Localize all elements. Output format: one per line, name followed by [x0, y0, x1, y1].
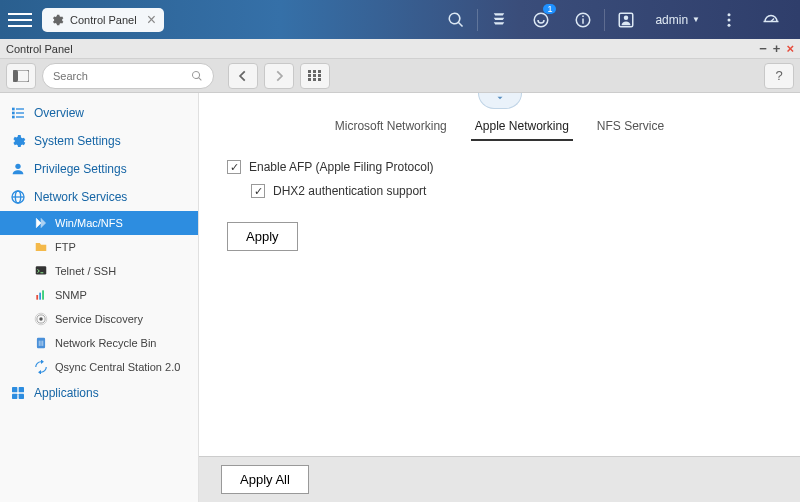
svg-marker-24 — [41, 218, 46, 227]
chart-icon — [34, 288, 48, 302]
chevron-down-icon: ▼ — [692, 15, 700, 24]
svg-point-6 — [728, 13, 731, 16]
info-icon[interactable] — [562, 0, 604, 39]
dashboard-icon[interactable] — [750, 0, 792, 39]
svg-point-0 — [535, 13, 549, 27]
tab-apple-networking[interactable]: Apple Networking — [471, 113, 573, 141]
topbar-actions: 1 admin ▼ — [435, 0, 792, 39]
svg-point-5 — [624, 15, 629, 20]
svg-rect-27 — [39, 293, 41, 300]
svg-rect-14 — [16, 108, 24, 109]
sidebar-item-system-settings[interactable]: System Settings — [0, 127, 198, 155]
svg-rect-25 — [36, 266, 47, 274]
apps-icon — [10, 385, 26, 401]
discovery-icon — [34, 312, 48, 326]
gear-icon — [50, 13, 64, 27]
sidebar-sub-snmp[interactable]: SNMP — [0, 283, 198, 307]
user-icon[interactable] — [605, 0, 647, 39]
svg-rect-18 — [16, 116, 24, 117]
apply-all-button[interactable]: Apply All — [221, 465, 309, 494]
sidebar-sub-service-discovery[interactable]: Service Discovery — [0, 307, 198, 331]
maximize-button[interactable]: + — [773, 41, 781, 56]
toggle-sidebar-button[interactable] — [6, 63, 36, 89]
close-icon[interactable]: × — [147, 12, 156, 28]
folder-share-icon — [34, 216, 48, 230]
forward-button[interactable] — [264, 63, 294, 89]
svg-marker-23 — [36, 218, 41, 227]
folder-icon — [34, 240, 48, 254]
sidebar-sub-ftp[interactable]: FTP — [0, 235, 198, 259]
svg-rect-34 — [19, 387, 24, 392]
sync-icon — [34, 360, 48, 374]
svg-rect-13 — [12, 108, 15, 111]
svg-point-7 — [728, 18, 731, 21]
gear-icon — [10, 133, 26, 149]
sidebar-sub-winmacnfs[interactable]: Win/Mac/NFS — [0, 211, 198, 235]
svg-rect-16 — [16, 112, 24, 113]
footer: Apply All — [199, 456, 800, 502]
notification-badge: 1 — [543, 4, 556, 14]
app-topbar: Control Panel × 1 admin ▼ — [0, 0, 800, 39]
toolbar: ? — [0, 59, 800, 93]
main-tabs: Microsoft Networking Apple Networking NF… — [227, 113, 772, 142]
svg-rect-36 — [19, 394, 24, 399]
svg-rect-28 — [42, 290, 44, 299]
privilege-icon — [10, 161, 26, 177]
sidebar-item-overview[interactable]: Overview — [0, 99, 198, 127]
minimize-button[interactable]: − — [759, 41, 767, 56]
tasks-icon[interactable] — [478, 0, 520, 39]
tab-label: Control Panel — [70, 14, 137, 26]
search-icon[interactable] — [435, 0, 477, 39]
option-enable-afp: Enable AFP (Apple Filing Protocol) — [227, 160, 772, 174]
sidebar-item-privilege-settings[interactable]: Privilege Settings — [0, 155, 198, 183]
window-title: Control Panel — [6, 43, 73, 55]
apps-grid-button[interactable] — [300, 63, 330, 89]
sidebar-sub-qsync[interactable]: Qsync Central Station 2.0 — [0, 355, 198, 379]
sidebar-sub-telnet-ssh[interactable]: Telnet / SSH — [0, 259, 198, 283]
option-dhx2: DHX2 authentication support — [251, 184, 772, 198]
back-button[interactable] — [228, 63, 258, 89]
sidebar-item-applications[interactable]: Applications — [0, 379, 198, 407]
svg-rect-17 — [12, 116, 15, 119]
body: Overview System Settings Privilege Setti… — [0, 93, 800, 502]
search-input[interactable] — [53, 70, 191, 82]
app-tab[interactable]: Control Panel × — [42, 8, 164, 32]
close-button[interactable]: × — [786, 41, 794, 56]
window-titlebar: Control Panel − + × — [0, 39, 800, 59]
search-input-wrapper[interactable] — [42, 63, 214, 89]
main-panel: Microsoft Networking Apple Networking NF… — [199, 93, 800, 502]
notifications-icon[interactable]: 1 — [520, 0, 562, 39]
svg-rect-26 — [36, 295, 38, 300]
sidebar-sub-recycle-bin[interactable]: Network Recycle Bin — [0, 331, 198, 355]
expand-header-button[interactable] — [478, 93, 522, 109]
menu-icon[interactable] — [8, 8, 32, 32]
svg-rect-12 — [13, 70, 18, 82]
overview-list-icon — [10, 105, 26, 121]
svg-point-19 — [15, 164, 20, 169]
more-icon[interactable] — [708, 0, 750, 39]
sidebar-item-network-services[interactable]: Network Services — [0, 183, 198, 211]
sidebar: Overview System Settings Privilege Setti… — [0, 93, 199, 502]
tab-microsoft-networking[interactable]: Microsoft Networking — [331, 113, 451, 141]
svg-point-29 — [39, 317, 43, 321]
globe-icon — [10, 189, 26, 205]
svg-rect-2 — [583, 18, 585, 23]
terminal-icon — [34, 264, 48, 278]
svg-rect-15 — [12, 112, 15, 115]
checkbox-dhx2[interactable] — [251, 184, 265, 198]
search-icon — [191, 70, 203, 82]
recycle-icon — [34, 336, 48, 350]
help-button[interactable]: ? — [764, 63, 794, 89]
svg-rect-3 — [583, 15, 585, 17]
apply-button[interactable]: Apply — [227, 222, 298, 251]
tab-nfs-service[interactable]: NFS Service — [593, 113, 668, 141]
svg-rect-35 — [12, 394, 17, 399]
user-menu[interactable]: admin ▼ — [647, 13, 708, 27]
svg-rect-33 — [12, 387, 17, 392]
checkbox-enable-afp[interactable] — [227, 160, 241, 174]
svg-point-8 — [728, 23, 731, 26]
